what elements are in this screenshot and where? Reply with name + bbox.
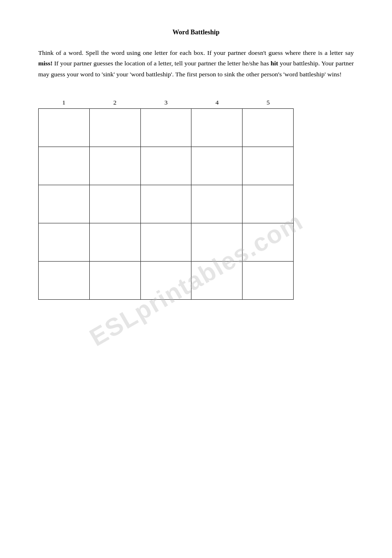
col-header-2: 2 <box>89 99 140 106</box>
cell-2-1[interactable] <box>39 147 90 185</box>
grid-section: 1 2 3 4 5 <box>38 99 354 300</box>
hit-word: hit <box>271 60 278 67</box>
cell-4-5[interactable] <box>243 223 294 261</box>
cell-1-5[interactable] <box>243 108 294 147</box>
cell-2-2[interactable] <box>89 147 140 185</box>
col-header-4: 4 <box>191 99 243 106</box>
battleship-grid <box>38 108 294 300</box>
cell-4-4[interactable] <box>191 223 243 261</box>
page: Word Battleship Think of a word. Spell t… <box>38 29 354 529</box>
cell-5-4[interactable] <box>191 261 243 299</box>
cell-5-2[interactable] <box>89 261 140 299</box>
instructions-part2: If your partner guesses the location of … <box>53 60 271 67</box>
table-row <box>39 223 294 261</box>
table-row <box>39 108 294 147</box>
cell-2-4[interactable] <box>191 147 243 185</box>
miss-word: miss! <box>38 60 53 67</box>
cell-4-3[interactable] <box>140 223 191 261</box>
instructions-text: Think of a word. Spell the word using on… <box>38 48 354 80</box>
cell-1-3[interactable] <box>140 108 191 147</box>
table-row <box>39 147 294 185</box>
cell-4-1[interactable] <box>39 223 90 261</box>
col-header-1: 1 <box>38 99 89 106</box>
cell-3-3[interactable] <box>140 185 191 223</box>
cell-5-5[interactable] <box>243 261 294 299</box>
table-row <box>39 261 294 299</box>
cell-3-2[interactable] <box>89 185 140 223</box>
cell-5-1[interactable] <box>39 261 90 299</box>
cell-3-1[interactable] <box>39 185 90 223</box>
cell-3-5[interactable] <box>243 185 294 223</box>
cell-3-4[interactable] <box>191 185 243 223</box>
cell-1-4[interactable] <box>191 108 243 147</box>
col-header-5: 5 <box>243 99 294 106</box>
cell-1-1[interactable] <box>39 108 90 147</box>
cell-4-2[interactable] <box>89 223 140 261</box>
cell-1-2[interactable] <box>89 108 140 147</box>
col-header-3: 3 <box>140 99 191 106</box>
column-headers: 1 2 3 4 5 <box>38 99 354 106</box>
cell-2-5[interactable] <box>243 147 294 185</box>
table-row <box>39 185 294 223</box>
page-title: Word Battleship <box>38 29 354 36</box>
cell-2-3[interactable] <box>140 147 191 185</box>
instructions-part1: Think of a word. Spell the word using on… <box>38 49 354 56</box>
cell-5-3[interactable] <box>140 261 191 299</box>
